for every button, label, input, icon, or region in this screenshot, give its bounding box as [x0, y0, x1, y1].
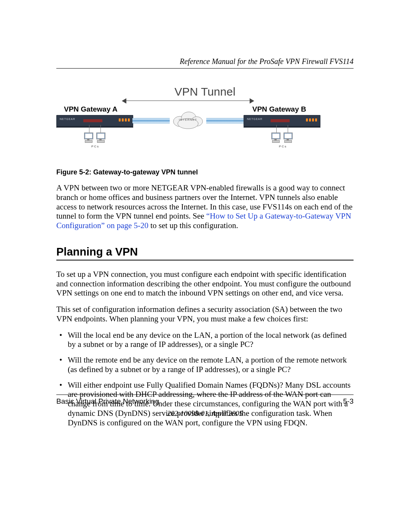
arrow-left-icon	[122, 98, 126, 104]
router-b-icon: NETGEAR	[244, 115, 320, 126]
link-pipe-left	[132, 118, 170, 123]
link-pipe-right	[206, 118, 244, 123]
internet-cloud-icon: INTERNET	[170, 109, 206, 131]
pcs-b-icon	[270, 133, 293, 142]
footer-page-number: 5-3	[343, 397, 354, 406]
pcs-a-icon	[83, 133, 106, 142]
footer-doc-id: 202-10098-01, April 2005	[56, 409, 354, 418]
computer-icon	[83, 133, 94, 142]
list-item: Will the local end be any device on the …	[56, 331, 354, 350]
router-a-brand: NETGEAR	[60, 118, 75, 120]
paragraph-1-post: to set up this configuration.	[148, 221, 238, 230]
drop-line	[100, 125, 101, 133]
running-header: Reference Manual for the ProSafe VPN Fir…	[56, 57, 354, 66]
section-rule	[56, 260, 354, 260]
router-b-brand: NETGEAR	[247, 118, 263, 120]
drop-line	[276, 125, 277, 133]
figure-caption: Figure 5-2: Gateway-to-gateway VPN tunne…	[56, 168, 354, 176]
router-a-icon: NETGEAR	[56, 115, 133, 126]
section-p2: This set of configuration information de…	[56, 305, 354, 324]
pcs-a-label: PCs	[91, 145, 99, 148]
arrow-right-icon	[250, 98, 254, 104]
header-rule	[56, 68, 354, 69]
computer-icon	[270, 133, 281, 142]
tunnel-span-line	[125, 101, 251, 101]
vpn-tunnel-diagram: VPN Tunnel VPN Gateway A VPN Gateway B N…	[56, 85, 354, 161]
computer-icon	[282, 133, 293, 142]
list-item: Will the remote end be any device on the…	[56, 355, 354, 374]
footer-chapter: Basic Virtual Private Networking	[56, 397, 159, 406]
gateway-b-label: VPN Gateway B	[252, 105, 306, 113]
tunnel-label: VPN Tunnel	[174, 85, 235, 98]
gateway-a-label: VPN Gateway A	[64, 105, 118, 113]
drop-line	[288, 125, 288, 133]
computer-icon	[95, 133, 106, 142]
section-p1: To set up a VPN connection, you must con…	[56, 270, 354, 298]
page-footer: Basic Virtual Private Networking 5-3 202…	[56, 395, 354, 418]
paragraph-1: A VPN between two or more NETGEAR VPN-en…	[56, 183, 354, 230]
page-content: Reference Manual for the ProSafe VPN Fir…	[56, 57, 354, 434]
drop-line	[89, 125, 89, 133]
pcs-b-label: PCs	[279, 145, 287, 148]
footer-rule	[56, 395, 354, 395]
section-heading: Planning a VPN	[56, 246, 354, 258]
internet-cloud-label: INTERNET	[170, 118, 206, 121]
